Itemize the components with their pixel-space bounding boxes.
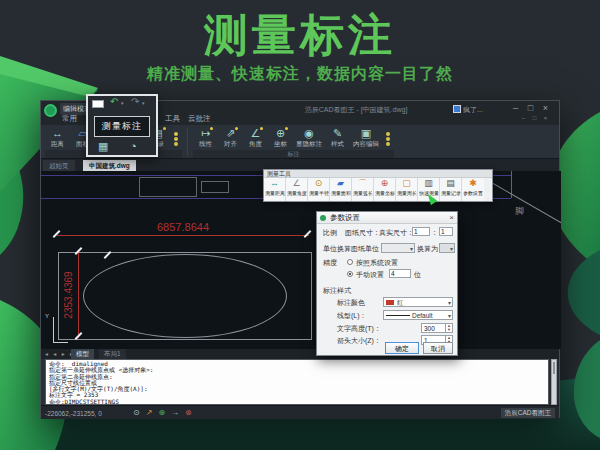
measure-perimeter-icon: ▢ bbox=[402, 178, 411, 189]
command-scrollbar[interactable] bbox=[551, 359, 557, 405]
measure-arc-button[interactable]: ⌒ 测量弧长 bbox=[352, 178, 374, 201]
measure-button-label: 参数设置 bbox=[463, 190, 483, 197]
horizontal-dimension-value[interactable]: 6857.8644 bbox=[113, 221, 253, 233]
undo-icon[interactable]: ↶ bbox=[110, 96, 118, 107]
vertical-dimension-line[interactable] bbox=[78, 252, 79, 338]
user-avatar-icon bbox=[453, 105, 461, 113]
pan-icon[interactable]: → bbox=[171, 408, 179, 417]
maximize-button[interactable]: □ bbox=[524, 103, 537, 113]
pencil-icon: ✎ bbox=[333, 127, 342, 140]
snap-icon[interactable]: ⊕ bbox=[158, 408, 165, 417]
ucs-axis-x bbox=[53, 342, 68, 343]
drawing-ellipse[interactable] bbox=[83, 254, 287, 338]
measure-distance-button[interactable]: ↔ 测量距离 bbox=[264, 178, 286, 201]
text-height-spinner[interactable]: 300 ▲▼ bbox=[421, 323, 453, 333]
ribbon-toggle-dim-button[interactable]: ◉ 显隐标注 bbox=[293, 125, 325, 150]
linetype-value: Default bbox=[412, 312, 433, 319]
angle-gauge-icon: ◔ bbox=[130, 140, 137, 152]
ribbon-item-label: 线性 bbox=[199, 140, 212, 149]
spinner-arrows-icon[interactable]: ▲▼ bbox=[445, 324, 452, 332]
child-restore-button[interactable]: □ bbox=[530, 115, 539, 121]
color-select[interactable]: 红 ▾ bbox=[383, 297, 453, 307]
user-account[interactable]: 疯了... bbox=[453, 105, 483, 115]
dialog-close-icon[interactable]: × bbox=[449, 212, 454, 224]
radio-manual-label: 手动设置 bbox=[356, 270, 384, 280]
radio-system-setting[interactable] bbox=[347, 259, 353, 265]
measure-button-label: 测量面积 bbox=[331, 190, 351, 197]
chevron-down-icon[interactable]: ▾ bbox=[121, 100, 124, 106]
measure-annotation-tab-highlight[interactable]: 测量标注 bbox=[94, 116, 150, 137]
measure-tool-icon: ▦ bbox=[98, 140, 108, 153]
tab-start-page[interactable]: 起始页 bbox=[43, 160, 75, 171]
angle-dim-icon: ∠ bbox=[251, 127, 261, 140]
scrollbar-thumb[interactable] bbox=[553, 362, 555, 374]
ribbon-aligned-dim-button[interactable]: ⇗ 对齐 bbox=[218, 125, 243, 150]
arrow-size-label: 箭头大小(Z)： bbox=[337, 336, 381, 346]
drawing-unit-select[interactable]: ▾ bbox=[381, 243, 415, 253]
ribbon-distance-button[interactable]: ↔ 距离 bbox=[45, 125, 70, 150]
vertical-dimension-value[interactable]: 2353.4369 bbox=[63, 255, 75, 335]
tab-tools[interactable]: 工具 bbox=[165, 114, 180, 124]
ribbon-item-label: 距离 bbox=[51, 140, 64, 149]
measure-perimeter-button[interactable]: ▢ 测量周长 bbox=[396, 178, 418, 201]
hero-title: 测量标注 bbox=[0, 6, 600, 65]
dimension-tick bbox=[304, 230, 312, 238]
close-button[interactable]: × bbox=[539, 103, 552, 113]
command-line-panel[interactable]: 命令: _dimaligned 指定第一条延伸线原点或 <选择对象>: 指定第二… bbox=[45, 359, 549, 405]
ribbon-small-buttons[interactable] bbox=[382, 125, 394, 150]
ribbon-group-annotate: ↦ 线性 ⇗ 对齐 ∠ 角度 ⊕ 坐标 bbox=[193, 125, 394, 158]
ok-button[interactable]: 确定 bbox=[385, 342, 419, 354]
zoom-icon[interactable]: ⊙ bbox=[133, 408, 140, 417]
ribbon-item-label: 显隐标注 bbox=[296, 140, 322, 149]
measure-record-button[interactable]: ▤ 测量记录 bbox=[440, 178, 462, 201]
radio-manual-setting[interactable] bbox=[347, 271, 353, 277]
tab-common[interactable]: 常用 bbox=[62, 114, 77, 124]
dimension-tick bbox=[53, 230, 61, 238]
drawing-rect bbox=[139, 177, 197, 197]
cursor-coordinates: -226062,-231255, 0 bbox=[45, 410, 102, 417]
ribbon-content-edit-button[interactable]: ▣ 内容编辑 bbox=[350, 125, 382, 150]
erase-icon[interactable]: ⊗ bbox=[185, 408, 192, 417]
parameter-settings-button[interactable]: ✱ 参数设置 bbox=[462, 178, 484, 201]
ribbon-angle-dim-button[interactable]: ∠ 角度 bbox=[243, 125, 268, 150]
tab-layout1[interactable]: 布局1 bbox=[99, 349, 126, 359]
minimize-button[interactable]: – bbox=[509, 103, 522, 113]
ribbon-style-button[interactable]: ✎ 样式 bbox=[325, 125, 350, 150]
tab-cloud-annotation[interactable]: 云批注 bbox=[188, 114, 211, 124]
ribbon-linear-dim-button[interactable]: ↦ 线性 bbox=[193, 125, 218, 150]
measure-button-label: 测量坐标 bbox=[375, 190, 395, 197]
measure-radius-button[interactable]: ⊙ 测量半径 bbox=[308, 178, 330, 201]
paper-size-input[interactable] bbox=[412, 227, 430, 236]
ribbon-coordinate-dim-button[interactable]: ⊕ 坐标 bbox=[268, 125, 293, 150]
real-size-input[interactable] bbox=[439, 227, 453, 236]
convert-to-select[interactable]: ▾ bbox=[439, 243, 455, 253]
measure-area-button[interactable]: ▰ 测量面积 bbox=[330, 178, 352, 201]
annotation-style-label: 标注样式 bbox=[323, 286, 351, 296]
cancel-button[interactable]: 取消 bbox=[423, 342, 453, 354]
measure-coordinate-button[interactable]: ⊕ 测量坐标 bbox=[374, 178, 396, 201]
scale-label: 比例 bbox=[323, 228, 337, 238]
child-minimize-button[interactable]: – bbox=[519, 115, 528, 121]
redo-icon[interactable]: ↷ bbox=[131, 96, 139, 107]
line-tool-icon[interactable]: ↗ bbox=[146, 408, 153, 417]
linetype-select[interactable]: Default ▾ bbox=[383, 310, 453, 320]
user-name: 疯了... bbox=[463, 106, 483, 113]
measure-button-label: 测量距离 bbox=[265, 190, 285, 197]
digits-input[interactable] bbox=[389, 269, 411, 278]
app-logo-icon[interactable] bbox=[44, 104, 57, 117]
dialog-title-bar[interactable]: 参数设置 × bbox=[317, 212, 457, 224]
tab-model[interactable]: 模型 bbox=[71, 349, 94, 359]
quick-measure-icon: ▥ bbox=[424, 178, 433, 189]
dialog-logo-icon bbox=[320, 215, 326, 221]
measure-button-label: 测量周长 bbox=[397, 190, 417, 197]
tab-active-drawing[interactable]: 中国建筑.dwg bbox=[83, 160, 136, 171]
drawing-unit-label: 图纸单位 bbox=[351, 244, 379, 254]
horizontal-dimension-line[interactable] bbox=[57, 235, 309, 236]
ribbon-item-label: 角度 bbox=[249, 140, 262, 149]
child-close-button[interactable]: × bbox=[541, 115, 550, 121]
measure-angle-button[interactable]: ∠ 测量角度 bbox=[286, 178, 308, 201]
color-value: 红 bbox=[397, 299, 404, 306]
chevron-down-icon[interactable]: ▾ bbox=[142, 100, 145, 106]
ratio-separator: ： bbox=[431, 228, 438, 238]
ribbon-small-buttons[interactable] bbox=[170, 125, 182, 150]
